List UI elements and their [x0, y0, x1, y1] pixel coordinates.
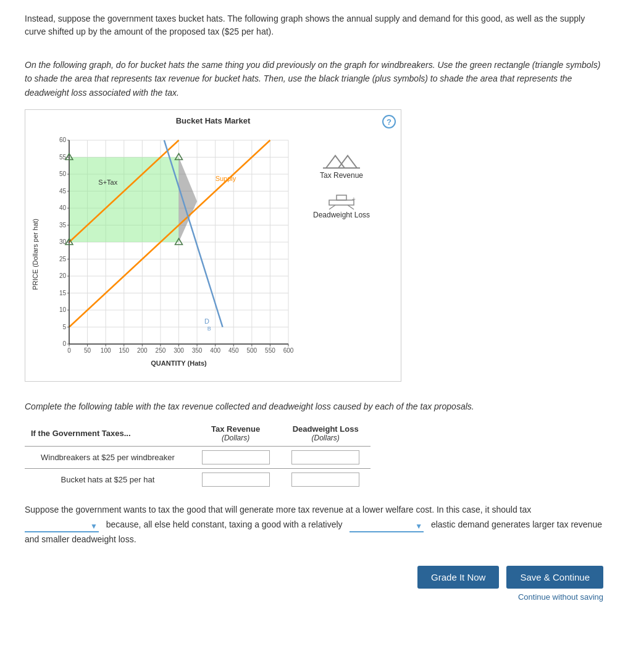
- col3-sub: (Dollars): [287, 434, 364, 442]
- col3-header: Deadweight Loss (Dollars): [280, 421, 371, 447]
- tax-revenue-cell-1[interactable]: [191, 469, 281, 491]
- deadweight-input-1[interactable]: [291, 472, 359, 487]
- y-axis-label: PRICE (Dollars per hat): [31, 219, 39, 290]
- table-intro: Complete the following table with the ta…: [25, 400, 603, 413]
- graph-legend: Tax Revenue + Deadweight Loss: [313, 153, 370, 219]
- table-section: Complete the following table with the ta…: [25, 400, 603, 490]
- svg-marker-0: [326, 156, 345, 168]
- row-label-1: Bucket hats at $25 per hat: [25, 469, 191, 491]
- tax-revenue-cell-0[interactable]: [191, 447, 281, 469]
- help-icon[interactable]: ?: [382, 115, 396, 128]
- intro-paragraph1: Instead, suppose the government taxes bu…: [25, 12, 603, 38]
- tax-table: If the Government Taxes... Tax Revenue (…: [25, 421, 371, 490]
- tax-revenue-label: Tax Revenue: [320, 171, 363, 180]
- tax-revenue-legend: Tax Revenue: [313, 153, 370, 180]
- deadweight-loss-label: Deadweight Loss: [313, 211, 370, 219]
- col2-main: Tax Revenue: [197, 424, 275, 434]
- svg-line-6: [348, 205, 354, 209]
- buttons-inner: Grade It Now Save & Continue: [417, 566, 603, 589]
- svg-rect-3: [337, 195, 346, 200]
- deadweight-cell-1[interactable]: [280, 469, 371, 491]
- svg-rect-4: [329, 200, 354, 205]
- deadweight-input-0[interactable]: [291, 450, 359, 464]
- table-row: Windbreakers at $25 per windbreaker: [25, 447, 371, 469]
- bottom-section: Suppose the government wants to tax the …: [25, 503, 603, 547]
- tax-revenue-input-0[interactable]: [202, 450, 270, 464]
- svg-text:+: +: [352, 196, 356, 203]
- svg-line-5: [329, 205, 335, 209]
- dropdown2[interactable]: morelessperfectly: [350, 522, 424, 531]
- col1-header: If the Government Taxes...: [25, 421, 191, 447]
- save-button[interactable]: Save & Continue: [506, 566, 603, 589]
- graph-container: ? Bucket Hats Market PRICE (Dollars per …: [25, 109, 401, 382]
- deadweight-cell-0[interactable]: [280, 447, 371, 469]
- col2-sub: (Dollars): [197, 434, 275, 442]
- col2-header: Tax Revenue (Dollars): [191, 421, 281, 447]
- table-row: Bucket hats at $25 per hat: [25, 469, 371, 491]
- dropdown2-wrapper[interactable]: morelessperfectly ▼: [350, 522, 424, 532]
- tax-revenue-icon: [323, 153, 360, 171]
- deadweight-loss-legend: + Deadweight Loss: [313, 192, 370, 219]
- bottom-text-middle: because, all else held constant, taxing …: [106, 519, 343, 529]
- graph-title: Bucket Hats Market: [31, 116, 395, 125]
- svg-marker-1: [338, 156, 357, 168]
- continue-without-link[interactable]: Continue without saving: [25, 592, 603, 602]
- row-label-0: Windbreakers at $25 per windbreaker: [25, 447, 191, 469]
- grade-button[interactable]: Grade It Now: [417, 566, 499, 589]
- dropdown1-wrapper[interactable]: windbreakersbucket hats ▼: [25, 522, 99, 532]
- col3-main: Deadweight Loss: [287, 424, 364, 434]
- bottom-text-start: Suppose the government wants to tax the …: [25, 505, 531, 514]
- tax-revenue-input-1[interactable]: [202, 472, 270, 487]
- buttons-outer: Grade It Now Save & Continue Continue wi…: [25, 566, 603, 602]
- deadweight-loss-icon: +: [323, 192, 360, 211]
- dropdown1[interactable]: windbreakersbucket hats: [25, 522, 99, 531]
- intro-paragraph2: On the following graph, do for bucket ha…: [25, 58, 603, 99]
